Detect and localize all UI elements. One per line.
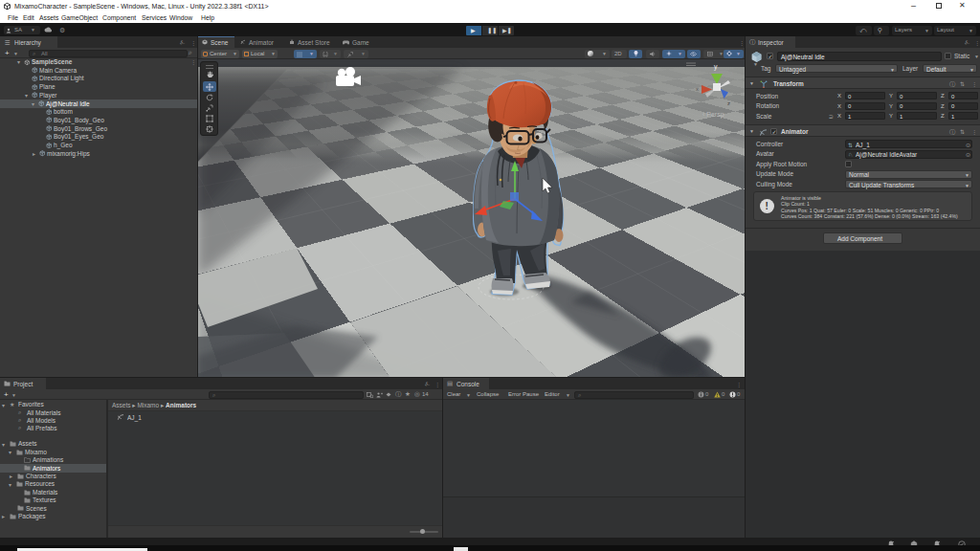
svg-text:‹ Persp: ‹ Persp [702,111,724,119]
svg-text:y: y [714,63,718,71]
svg-text:z: z [727,100,730,106]
svg-text:x: x [696,86,699,92]
svg-text:⍼: ⍼ [730,71,736,77]
